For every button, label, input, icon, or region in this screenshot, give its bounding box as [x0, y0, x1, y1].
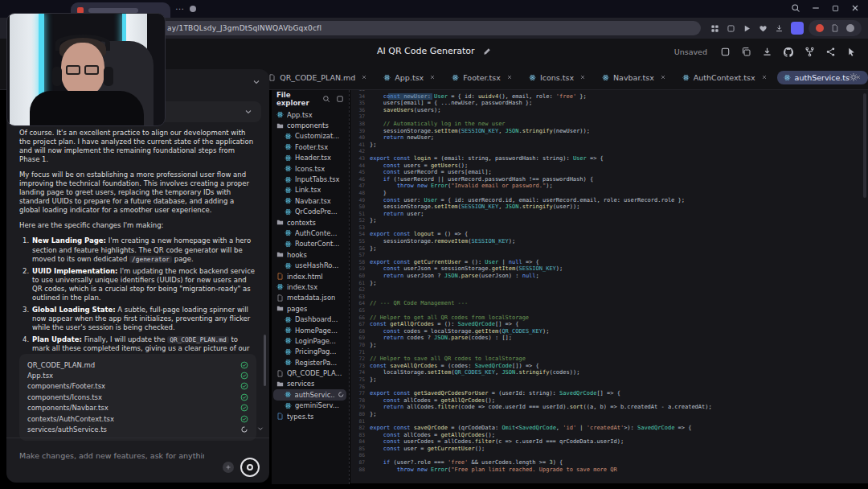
- file-Customizat...[interactable]: Customizat...: [273, 131, 346, 142]
- changed-file-row[interactable]: components/Navbar.tsx: [27, 403, 248, 413]
- file-Link.tsx[interactable]: Link.tsx: [273, 185, 346, 195]
- close-tab-icon[interactable]: [506, 74, 513, 80]
- folder-hooks[interactable]: hooks: [273, 249, 346, 260]
- download-icon[interactable]: [762, 47, 772, 57]
- file-Footer.tsx[interactable]: Footer.tsx: [273, 142, 346, 152]
- editor-settings-gear-icon[interactable]: [849, 72, 858, 82]
- line-number: 34: [350, 93, 370, 101]
- file-InputTabs.tsx[interactable]: InputTabs.tsx: [273, 174, 346, 184]
- cursor-icon[interactable]: [846, 47, 857, 57]
- file-geminiServ...[interactable]: geminiServ...: [273, 401, 346, 411]
- fork-icon[interactable]: [805, 47, 815, 57]
- changed-file-row[interactable]: components/Icons.tsx: [27, 392, 248, 402]
- folder-pages[interactable]: pages: [273, 303, 346, 314]
- chat-input[interactable]: [19, 447, 204, 463]
- line-number: 58: [350, 259, 370, 266]
- close-tab-icon[interactable]: [579, 74, 586, 80]
- url-bar[interactable]: ay/1TBQLsdy_J3gmDtSqlNWQAVbGqx0cfl: [159, 21, 701, 35]
- changed-file-row[interactable]: QR_CODE_PLAN.md: [27, 360, 248, 370]
- search-icon[interactable]: [322, 95, 330, 103]
- code-line: 81: [350, 418, 868, 425]
- collapse-all-icon[interactable]: [336, 95, 344, 103]
- file-explorer-title: File explorer: [276, 91, 322, 107]
- file-Navbar.tsx[interactable]: Navbar.tsx: [273, 195, 346, 206]
- message-list-item: 2.UUID Implementation: I'm updating the …: [23, 267, 256, 302]
- close-tab-icon[interactable]: [761, 74, 768, 80]
- editor-tab-Navbar.tsx[interactable]: Navbar.tsx: [596, 71, 673, 84]
- code-editor[interactable]: 3334 const newUser: User = { id: uuidv4(…: [350, 90, 868, 483]
- copy-icon[interactable]: [741, 47, 751, 57]
- editor-tab-Icons.tsx[interactable]: Icons.tsx: [522, 71, 592, 84]
- file-LoginPage...[interactable]: LoginPage...: [273, 335, 346, 346]
- grid-icon[interactable]: [710, 24, 719, 33]
- edit-pencil-icon[interactable]: [483, 47, 491, 55]
- github-icon[interactable]: [783, 47, 794, 58]
- folder-services[interactable]: services: [273, 379, 346, 389]
- close-tab-icon[interactable]: [429, 74, 436, 80]
- chevron-down-icon: [244, 107, 253, 117]
- changed-file-row[interactable]: services/authService.ts: [27, 424, 248, 434]
- close-tab-icon[interactable]: [361, 74, 367, 80]
- file-App.tsx[interactable]: App.tsx: [273, 109, 346, 120]
- minimize-icon[interactable]: [811, 3, 821, 13]
- scroll-to-bottom-button[interactable]: [256, 425, 264, 433]
- file-Icons.tsx[interactable]: Icons.tsx: [273, 163, 346, 174]
- file-index.tsx[interactable]: index.tsx: [273, 281, 346, 292]
- file-HomePage...[interactable]: HomePage...: [273, 325, 346, 335]
- chat-scrollbar[interactable]: [264, 335, 266, 386]
- file-Dashboard...[interactable]: Dashboard...: [273, 314, 346, 324]
- close-tab-icon[interactable]: [660, 74, 666, 80]
- list-item-title: Plan Update:: [32, 335, 82, 343]
- box-icon[interactable]: [727, 24, 735, 33]
- line-number: 57: [350, 252, 370, 259]
- file-index.html[interactable]: index.html: [273, 271, 346, 281]
- changed-file-row[interactable]: contexts/AuthContext.tsx: [27, 413, 248, 424]
- file-types.ts[interactable]: types.ts: [273, 411, 346, 421]
- download-icon[interactable]: [775, 24, 784, 33]
- file-label: useHashRo...: [295, 261, 338, 269]
- file-QR_CODE_PLA...[interactable]: QR_CODE_PLA...: [273, 368, 346, 378]
- file-changes-card: QR_CODE_PLAN.mdApp.tsxcomponents/Footer.…: [19, 354, 256, 441]
- file-PricingPag...[interactable]: PricingPag...: [273, 347, 346, 357]
- play-icon[interactable]: [743, 24, 751, 33]
- changed-file-row[interactable]: components/Footer.tsx: [27, 381, 248, 392]
- line-number: 35: [350, 100, 370, 107]
- changed-file-row[interactable]: App.tsx: [27, 370, 248, 380]
- file-QrCodePre...[interactable]: QrCodePre...: [273, 207, 346, 217]
- save-box-icon[interactable]: [720, 47, 731, 57]
- code-line: 65: [350, 307, 868, 314]
- file-metadata.json[interactable]: metadata.json: [273, 293, 346, 303]
- chevron-down-icon[interactable]: [252, 77, 261, 87]
- react-file-icon: [682, 74, 690, 81]
- search-icon[interactable]: [791, 3, 800, 13]
- profile-avatar[interactable]: [791, 22, 804, 35]
- editor-tab-Footer.tsx[interactable]: Footer.tsx: [445, 71, 519, 84]
- editor-tab-App.tsx[interactable]: App.tsx: [377, 71, 442, 84]
- file-icon[interactable]: [831, 24, 839, 32]
- file-Header.tsx[interactable]: Header.tsx: [273, 153, 346, 163]
- share-icon[interactable]: [825, 47, 836, 57]
- attach-button[interactable]: [223, 462, 234, 473]
- code-line: 43export const login = (email: string, p…: [350, 155, 868, 162]
- file-RegisterPa...[interactable]: RegisterPa...: [273, 357, 346, 368]
- close-icon[interactable]: [850, 3, 860, 13]
- check-circle-icon: [240, 382, 248, 390]
- record-dot-icon[interactable]: [816, 24, 824, 32]
- tab-overflow-icon[interactable]: …: [175, 2, 184, 12]
- file-AuthConte...[interactable]: AuthConte...: [273, 228, 346, 238]
- editor-tab-QR_CODE_PLAN.md[interactable]: QR_CODE_PLAN.md: [262, 71, 374, 84]
- profile-dot-icon[interactable]: [846, 24, 854, 32]
- code-line: 74 localStorage.setItem(QR_CODES_KEY, JS…: [350, 369, 868, 376]
- new-tab-icon[interactable]: [190, 6, 196, 12]
- file-useHashRo...[interactable]: useHashRo...: [273, 260, 346, 270]
- send-button[interactable]: [240, 458, 260, 477]
- folder-components[interactable]: components: [273, 120, 346, 130]
- line-number: 36: [350, 107, 370, 114]
- maximize-icon[interactable]: [831, 4, 840, 13]
- file-authServic...[interactable]: authServic...: [273, 389, 346, 400]
- heart-icon[interactable]: [759, 24, 768, 33]
- editor-scrollbar[interactable]: [863, 93, 866, 198]
- file-RouterCont...[interactable]: RouterCont...: [273, 239, 346, 249]
- editor-tab-AuthContext.tsx[interactable]: AuthContext.tsx: [676, 71, 774, 84]
- folder-contexts[interactable]: contexts: [273, 217, 346, 228]
